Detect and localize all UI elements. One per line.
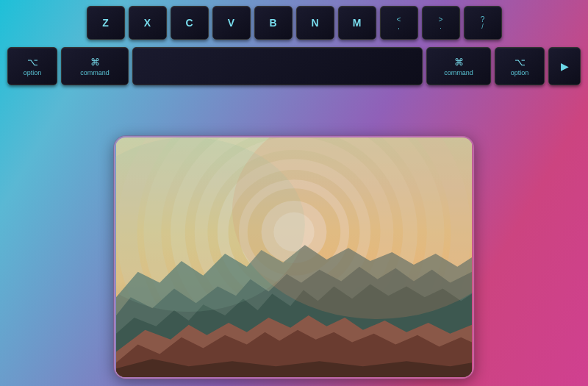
key-x[interactable]: X [129, 6, 167, 40]
key-spacebar[interactable] [132, 47, 423, 85]
trackpad-container [114, 136, 474, 379]
key-row-modifier: ⌥ option ⌘ command ⌘ command ⌥ option ▶ [7, 47, 581, 85]
trackpad-wallpaper [115, 137, 473, 377]
key-v[interactable]: V [212, 6, 251, 40]
key-z[interactable]: Z [87, 6, 125, 40]
key-m[interactable]: M [338, 6, 376, 40]
key-row-bottom: Z X C V B N M < , > . ? / [7, 6, 581, 40]
key-b[interactable]: B [254, 6, 293, 40]
key-option-left[interactable]: ⌥ option [7, 47, 57, 85]
keyboard-area: Z X C V B N M < , > . ? / [0, 0, 588, 136]
key-option-right[interactable]: ⌥ option [495, 47, 545, 85]
key-command-right[interactable]: ⌘ command [426, 47, 491, 85]
key-less-greater[interactable]: < , [380, 6, 418, 40]
trackpad[interactable] [114, 136, 474, 379]
key-greater-dot[interactable]: > . [422, 6, 460, 40]
key-n[interactable]: N [296, 6, 334, 40]
key-question-slash[interactable]: ? / [464, 6, 502, 40]
key-command-left[interactable]: ⌘ command [61, 47, 129, 85]
key-c[interactable]: C [171, 6, 209, 40]
key-arrow-right[interactable]: ▶ [548, 47, 581, 85]
